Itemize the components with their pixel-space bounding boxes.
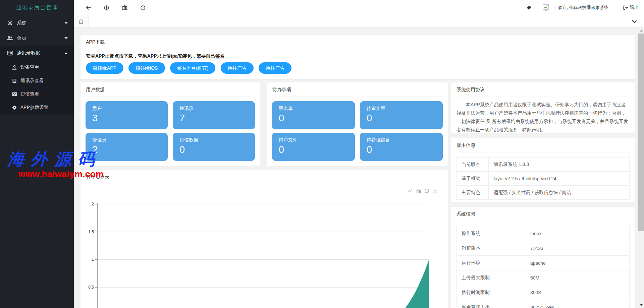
table-row: 当前版本 通讯录系统 1.3.3 bbox=[457, 158, 630, 172]
pending-ad-button[interactable]: 待挂广告 bbox=[259, 62, 291, 74]
download-android-button[interactable]: 碰碰缘APP bbox=[86, 62, 123, 74]
stat-value: 3 bbox=[92, 113, 161, 124]
broken-avatar-image[interactable] bbox=[541, 4, 550, 12]
stat-value: 0 bbox=[279, 113, 348, 124]
system-info-card: 系统信息 操作系统 Linux PHP版本 7.2.33 运行环境 apache… bbox=[451, 207, 635, 308]
card-title: 版本信息 bbox=[451, 138, 635, 152]
sidebar-subitem-app-settings[interactable]: APP参数设置 bbox=[0, 101, 74, 114]
topbar-right: | 欢迎, 优优科技通讯录系统 退出 bbox=[527, 4, 644, 12]
gear-icon bbox=[7, 20, 13, 26]
sidebar-item-system[interactable]: 系统 bbox=[0, 15, 74, 30]
stat-label: 待审文章 bbox=[367, 106, 436, 112]
agreement-card: 系统使用协议 本APP系统产品使用用途仅限于测试实验、研究学习为目的，请勿用于商… bbox=[451, 82, 635, 133]
user-icon bbox=[11, 65, 17, 70]
pending-ad-button[interactable]: 待挂广告 bbox=[221, 62, 254, 74]
sign-platform-button[interactable]: 签名平台(推荐) bbox=[170, 62, 215, 74]
y-tick-1: 1 bbox=[92, 257, 94, 262]
target-icon[interactable] bbox=[104, 5, 109, 11]
scrollbar-thumb[interactable] bbox=[638, 34, 644, 231]
bank-icon[interactable] bbox=[122, 5, 128, 10]
todo-card: 待办事项 黑名单 0 待审文章 0 待审文件 0 待处理留言 0 bbox=[267, 82, 448, 166]
welcome-text: 欢迎, 优优科技通讯录系统 bbox=[558, 5, 608, 11]
scroll-down-arrow[interactable] bbox=[638, 302, 644, 308]
system-info-table: 操作系统 Linux PHP版本 7.2.33 运行环境 apache 上传最大… bbox=[456, 226, 630, 308]
version-info-table: 当前版本 通讯录系统 1.3.3 基于框架 layui-v2.2.5 / thi… bbox=[456, 157, 630, 200]
users-icon bbox=[7, 36, 13, 41]
sidebar-item-members[interactable]: 会员 bbox=[0, 30, 74, 46]
vertical-scrollbar[interactable] bbox=[638, 28, 644, 308]
triangle-up-icon bbox=[640, 30, 643, 32]
sidebar-subitem-label: 短信查看 bbox=[20, 91, 39, 97]
row-value: Linux bbox=[525, 226, 630, 241]
back-icon[interactable] bbox=[86, 5, 91, 10]
sidebar-subitem-contacts-view[interactable]: 通讯录查看 bbox=[0, 74, 74, 87]
area-series bbox=[399, 259, 429, 308]
table-row: 剩余空间大小 36255.59M bbox=[457, 300, 630, 308]
row-value: apache bbox=[525, 256, 630, 270]
mail-icon bbox=[11, 92, 17, 96]
y-tick-2: 2 bbox=[92, 202, 94, 206]
sidebar-subitem-label: 通讯录查看 bbox=[20, 78, 44, 84]
stat-card-users[interactable]: 用户 3 bbox=[86, 101, 168, 129]
version-info-card: 版本信息 当前版本 通讯录系统 1.3.3 基于框架 layui-v2.2.5 … bbox=[451, 138, 635, 202]
tabs-dropdown-chevron-icon[interactable] bbox=[632, 20, 637, 23]
row-label: 剩余空间大小 bbox=[457, 300, 525, 308]
sidebar-subitem-device-view[interactable]: 设备查看 bbox=[0, 61, 74, 74]
logout-icon bbox=[623, 5, 628, 10]
stat-card-pending-files[interactable]: 待审文件 0 bbox=[272, 133, 355, 161]
app-title: 通讯录后台管理 bbox=[0, 0, 74, 15]
row-value: 通讯录系统 1.3.3 bbox=[489, 158, 630, 172]
logout-button[interactable]: 退出 bbox=[623, 5, 639, 11]
row-value: 50M bbox=[525, 270, 630, 285]
main-content: APP下载 安卓APP正常点击下载，苹果APP只上传ipa安装包，需要自己签名 … bbox=[74, 28, 644, 308]
row-value: layui-v2.2.5 / thinkphp-v5.0.24 bbox=[489, 172, 630, 186]
card-title: APP下载 bbox=[80, 35, 635, 49]
card-title: 管理员登录 bbox=[80, 170, 448, 184]
agreement-text: 本APP系统产品使用用途仅限于测试实验、研究学习为目的，请勿用于商业途径及非法运… bbox=[451, 97, 635, 133]
y-tick-0-5: 0.5 bbox=[88, 285, 94, 290]
refresh-icon[interactable] bbox=[140, 5, 146, 10]
stat-card-contacts[interactable]: 通讯录 7 bbox=[173, 101, 255, 129]
stat-card-sms[interactable]: 短信数据 0 bbox=[173, 133, 255, 161]
row-value: 36255.59M bbox=[525, 300, 630, 308]
table-row: 上传最大限制 50M bbox=[457, 270, 630, 285]
stat-card-pending-articles[interactable]: 待审文章 0 bbox=[360, 101, 443, 129]
user-stats-grid: 用户 3 通讯录 7 管理员 2 短信数据 0 bbox=[80, 97, 260, 166]
sidebar-item-contacts-data[interactable]: 通讯录数据 bbox=[0, 46, 74, 61]
user-stats-card: 用户数据 用户 3 通讯录 7 管理员 2 短信数据 0 bbox=[80, 82, 260, 166]
app-download-card: APP下载 安卓APP正常点击下载，苹果APP只上传ipa安装包，需要自己签名 … bbox=[80, 35, 635, 79]
sidebar-subitem-label: 设备查看 bbox=[20, 64, 39, 70]
download-ios-button[interactable]: 碰碰缘IOS bbox=[128, 62, 165, 74]
tag-icon[interactable] bbox=[527, 5, 531, 10]
chevron-down-icon bbox=[64, 37, 68, 39]
stat-label: 待处理留言 bbox=[367, 137, 436, 143]
stat-value: 7 bbox=[179, 113, 248, 124]
chevron-up-icon bbox=[64, 52, 68, 54]
table-row: 执行时间限制 300S bbox=[457, 285, 630, 300]
admin-login-chart[interactable]: 2 1.5 1 0.5 bbox=[80, 184, 448, 308]
row-value: 7.2.33 bbox=[525, 241, 630, 256]
admin-login-chart-card: 管理员登录 bbox=[80, 170, 448, 308]
stat-label: 黑名单 bbox=[279, 106, 348, 112]
tab-bar bbox=[74, 15, 644, 28]
stat-value: 0 bbox=[179, 144, 248, 155]
app-root: 通讯录后台管理 系统 会员 通讯录数据 bbox=[0, 0, 644, 308]
stat-card-admins[interactable]: 管理员 2 bbox=[86, 133, 168, 161]
stat-card-blacklist[interactable]: 黑名单 0 bbox=[272, 101, 355, 129]
chevron-down-icon bbox=[64, 22, 68, 24]
stat-card-pending-messages[interactable]: 待处理留言 0 bbox=[360, 133, 443, 161]
sidebar-subitem-label: APP参数设置 bbox=[20, 105, 49, 111]
sidebar-item-label: 系统 bbox=[17, 20, 26, 26]
table-row: 主要特色 适配强 / 安全性高 / 获取信息快 / 简洁 bbox=[457, 186, 630, 200]
table-row: 运行环境 apache bbox=[457, 256, 630, 270]
scroll-up-arrow[interactable] bbox=[638, 28, 644, 34]
row-label: PHP版本 bbox=[457, 241, 525, 256]
row-label: 操作系统 bbox=[457, 226, 525, 241]
sidebar-subitem-sms-view[interactable]: 短信查看 bbox=[0, 87, 74, 101]
row-label: 当前版本 bbox=[457, 158, 489, 172]
home-icon bbox=[78, 19, 84, 24]
separator: | bbox=[553, 5, 555, 10]
stat-value: 0 bbox=[367, 144, 436, 155]
home-tab[interactable] bbox=[74, 15, 89, 27]
row-label: 基于框架 bbox=[457, 172, 489, 186]
